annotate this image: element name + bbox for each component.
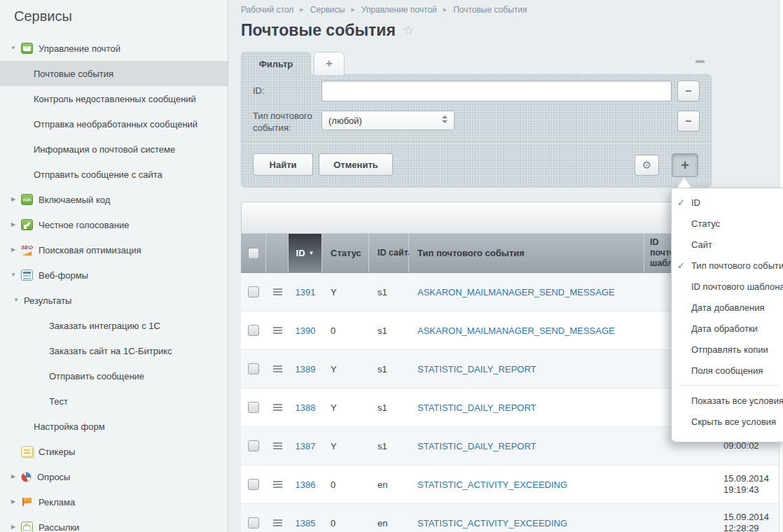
dropdown-item-status[interactable]: Статус <box>672 213 783 234</box>
row-type-link[interactable]: STATISTIC_DAILY_REPORT <box>417 441 536 451</box>
chevron-right-icon[interactable]: ▶ <box>8 499 18 505</box>
header-event-type[interactable]: Тип почтового события <box>409 234 644 273</box>
app-window: Сервисы ▼ Управление почтой Почтовые соб… <box>0 0 783 532</box>
dropdown-item-template-id[interactable]: ID почтового шаблона <box>672 276 783 297</box>
header-status[interactable]: Статус <box>322 234 369 273</box>
row-site: s1 <box>369 427 409 465</box>
sticker-icon <box>21 446 33 457</box>
sidebar-item-included-code[interactable]: ▶ Включаемый код <box>0 187 228 212</box>
breadcrumb-services[interactable]: Сервисы <box>310 5 345 15</box>
add-filter-tab-button[interactable]: + <box>314 52 345 75</box>
row-type-link[interactable]: STATISTIC_DAILY_REPORT <box>417 364 536 374</box>
row-type-link[interactable]: STATISTIC_ACTIVITY_EXCEEDING <box>417 479 567 490</box>
page-header: Почтовые события ☆ <box>241 21 415 40</box>
thumbs-up-icon <box>21 219 33 230</box>
sidebar-item-stickers[interactable]: Стикеры <box>0 439 228 464</box>
sidebar-item-mail-system-info[interactable]: Информация о почтовой системе <box>0 136 228 162</box>
row-date: 15.09.201412:28:29 <box>719 504 779 532</box>
sidebar-item-seo[interactable]: ▶ Поисковая оптимизация <box>0 237 228 262</box>
filter-settings-button[interactable]: ⚙ <box>635 155 659 176</box>
chevron-down-icon[interactable]: ▼ <box>8 46 18 51</box>
row-site: s1 <box>369 350 409 388</box>
dropdown-item-event-type[interactable]: ✓ Тип почтового события <box>672 255 783 276</box>
row-checkbox[interactable] <box>248 517 259 528</box>
breadcrumb-mail-management[interactable]: Управление почтой <box>361 5 437 15</box>
dropdown-item-message-fields[interactable]: Поля сообщения <box>672 360 783 381</box>
sidebar-item-honest-voting[interactable]: ▶ Честное голосование <box>0 212 228 237</box>
row-type-link[interactable]: ASKARON_MAILMANAGER_SEND_MESSAGE <box>417 326 615 336</box>
add-condition-button[interactable]: + <box>672 153 698 177</box>
remove-condition-button[interactable]: – <box>677 80 700 102</box>
header-site-id[interactable]: ID сайта <box>369 234 409 273</box>
row-type-link[interactable]: STATISTIC_ACTIVITY_EXCEEDING <box>417 518 567 528</box>
row-menu-icon[interactable] <box>273 327 282 328</box>
cancel-button[interactable]: Отменить <box>319 153 393 176</box>
chevron-down-icon[interactable]: ▼ <box>8 272 18 278</box>
dropdown-hide-all-conditions[interactable]: Скрыть все условия <box>672 411 783 432</box>
sidebar-item-newsletters[interactable]: ▶ Рассылки <box>0 514 228 532</box>
row-type-link[interactable]: ASKARON_MAILMANAGER_SEND_MESSAGE <box>417 287 615 298</box>
row-type-link[interactable]: STATISTIC_DAILY_REPORT <box>417 402 536 413</box>
row-checkbox[interactable] <box>248 440 259 451</box>
tab-filter[interactable]: Фильтр <box>241 52 311 75</box>
sidebar-item-form-settings[interactable]: Настройка форм <box>0 414 228 439</box>
sidebar-item-web-forms[interactable]: ▼ Веб-формы <box>0 262 228 288</box>
row-menu-icon[interactable] <box>273 481 282 482</box>
sidebar-item-order-1c-integration[interactable]: Заказать интеграцию с 1С <box>0 313 228 338</box>
row-checkbox[interactable] <box>248 325 259 336</box>
header-id[interactable]: ID ▼ <box>289 234 322 273</box>
dropdown-show-all-conditions[interactable]: Показать все условия <box>672 390 783 411</box>
row-menu-icon[interactable] <box>273 288 282 290</box>
row-id-link[interactable]: 1389 <box>296 364 316 374</box>
remove-condition-button[interactable]: – <box>677 111 700 132</box>
breadcrumb-desktop[interactable]: Рабочий стол <box>241 5 293 15</box>
chevron-down-icon[interactable]: ▼ <box>11 298 21 303</box>
row-menu-icon[interactable] <box>273 442 282 444</box>
flag-icon <box>21 496 33 507</box>
dropdown-item-date-processed[interactable]: Дата обработки <box>672 318 783 339</box>
sidebar-item-send-message[interactable]: Отправить сообщение <box>0 363 228 388</box>
row-menu-icon[interactable] <box>273 365 282 367</box>
sidebar-item-advertising[interactable]: ▶ Реклама <box>0 489 228 514</box>
sidebar-item-send-message-from-site[interactable]: Отправить сообщение с сайта <box>0 162 228 187</box>
sidebar-item-mail-management[interactable]: ▼ Управление почтой <box>0 36 228 61</box>
chevron-right-icon[interactable]: ▶ <box>8 474 18 479</box>
row-checkbox[interactable] <box>248 402 259 413</box>
sidebar-item-polls[interactable]: ▶ Опросы <box>0 464 228 489</box>
row-id-link[interactable]: 1390 <box>296 326 316 336</box>
dropdown-item-site[interactable]: Сайт <box>672 234 783 255</box>
filter-field-label-id: ID: <box>253 85 265 96</box>
row-menu-icon[interactable] <box>273 404 282 405</box>
sidebar-item-order-bitrix-site[interactable]: Заказать сайт на 1С-Битрикс <box>0 338 228 363</box>
select-all-checkbox[interactable] <box>248 248 259 259</box>
row-id-link[interactable]: 1385 <box>296 518 316 528</box>
dropdown-item-id[interactable]: ✓ ID <box>672 192 783 213</box>
favorite-star-icon[interactable]: ☆ <box>403 22 415 38</box>
row-id-link[interactable]: 1391 <box>296 287 316 298</box>
sidebar-item-undelivered-control[interactable]: Контроль недоставленных сообщений <box>0 86 228 111</box>
sidebar-item-unprocessed-sending[interactable]: Отправка необработанных сообщений <box>0 111 228 136</box>
row-id-link[interactable]: 1388 <box>296 402 316 413</box>
row-id-link[interactable]: 1386 <box>296 479 316 490</box>
chevron-right-icon[interactable]: ▶ <box>8 222 18 227</box>
row-id-link[interactable]: 1387 <box>296 441 316 451</box>
find-button[interactable]: Найти <box>253 153 313 176</box>
chevron-right-icon[interactable]: ▶ <box>8 197 18 202</box>
dropdown-item-date-added[interactable]: Дата добавления <box>672 297 783 318</box>
filter-id-input[interactable] <box>321 80 672 102</box>
row-checkbox[interactable] <box>248 286 259 298</box>
breadcrumb: Рабочий стол ▶ Сервисы ▶ Управление почт… <box>241 5 527 15</box>
sidebar-item-mail-events[interactable]: Почтовые события <box>0 61 228 86</box>
event-type-select-value: (любой) <box>328 115 362 126</box>
row-checkbox[interactable] <box>248 479 259 490</box>
row-site: en <box>369 504 409 532</box>
sidebar-item-test[interactable]: Тест <box>0 388 228 414</box>
event-type-select[interactable]: (любой) <box>321 111 455 130</box>
row-checkbox[interactable] <box>248 363 259 374</box>
row-menu-icon[interactable] <box>273 519 282 521</box>
chevron-right-icon[interactable]: ▶ <box>8 524 18 530</box>
dropdown-item-send-copies[interactable]: Отправлять копии <box>672 339 783 360</box>
chevron-right-icon[interactable]: ▶ <box>8 247 18 253</box>
collapse-filter-icon[interactable] <box>695 60 705 63</box>
sidebar-item-results[interactable]: ▼ Результаты <box>0 288 228 313</box>
